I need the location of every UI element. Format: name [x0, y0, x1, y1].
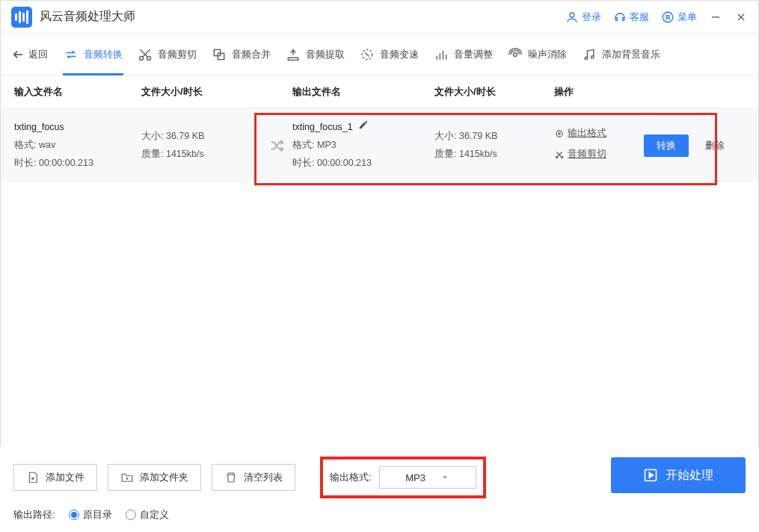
out-quality: 1415kb/s — [459, 149, 497, 159]
start-process-button[interactable]: 开始处理 — [611, 457, 746, 493]
tab-noise[interactable]: 噪声消除 — [501, 34, 574, 75]
login-label: 登录 — [582, 10, 601, 24]
output-format-link[interactable]: 输出格式 — [554, 125, 644, 143]
radio-custom-dir[interactable]: 自定义 — [126, 508, 169, 522]
svg-point-26 — [561, 156, 562, 158]
output-format-label: 输出格式: — [330, 471, 372, 484]
convert-button[interactable]: 转换 — [644, 134, 689, 157]
tab-convert[interactable]: 音频转换 — [57, 34, 129, 75]
col-out-size: 文件大小/时长 — [434, 85, 554, 99]
svg-line-27 — [558, 152, 562, 156]
output-format-select[interactable]: MP3 — [379, 466, 476, 489]
table-row: txting_focus 格式: wav 时长: 00:00:00.213 大小… — [1, 108, 758, 182]
back-button[interactable]: 返回 — [11, 48, 48, 61]
in-size: 36.79 KB — [166, 131, 204, 141]
output-format-value: MP3 — [405, 472, 425, 483]
extract-icon — [286, 47, 301, 62]
close-button[interactable] — [734, 10, 748, 24]
out-file-name: txting_focus_1 — [292, 122, 353, 132]
output-path-label: 输出路径: — [13, 508, 55, 522]
trash-icon — [224, 471, 238, 484]
support-link[interactable]: 客服 — [613, 10, 649, 24]
merge-icon — [212, 47, 227, 62]
support-label: 客服 — [630, 10, 649, 24]
svg-marker-34 — [649, 473, 653, 478]
clear-list-button[interactable]: 清空列表 — [212, 464, 295, 491]
menu-link[interactable]: 菜单 — [661, 10, 697, 24]
app-title: 风云音频处理大师 — [40, 9, 565, 25]
svg-point-0 — [570, 13, 574, 17]
radio-dot — [126, 510, 136, 520]
bottom-bar: 添加文件 添加文件夹 清空列表 输出格式: MP3 开始处理 输出路径: 原目录 — [0, 447, 759, 532]
tab-volume[interactable]: 音量调整 — [427, 34, 500, 75]
tab-merge[interactable]: 音频合并 — [205, 34, 277, 75]
back-label: 返回 — [28, 48, 48, 61]
tab-label: 音频剪切 — [158, 48, 197, 61]
music-icon — [582, 47, 597, 62]
file-plus-icon — [26, 471, 40, 484]
svg-rect-14 — [218, 53, 224, 59]
svg-point-23 — [556, 131, 562, 137]
in-duration: 00:00:00.213 — [39, 158, 93, 168]
tab-label: 音频转换 — [84, 48, 123, 61]
tab-label: 添加背景音乐 — [602, 48, 660, 61]
shuffle-icon[interactable] — [261, 137, 292, 154]
menu-label: 菜单 — [677, 10, 697, 24]
in-format: wav — [39, 140, 55, 150]
login-link[interactable]: 登录 — [565, 10, 601, 24]
svg-point-24 — [559, 133, 560, 134]
col-in-name: 输入文件名 — [14, 85, 141, 99]
tab-label: 噪声消除 — [528, 48, 567, 61]
svg-rect-13 — [214, 49, 220, 55]
add-folder-button[interactable]: 添加文件夹 — [108, 464, 201, 491]
radio-dot-checked — [69, 510, 79, 520]
speed-icon — [360, 47, 375, 62]
audio-cut-link[interactable]: 音频剪切 — [554, 146, 644, 164]
tab-label: 音量调整 — [454, 48, 493, 61]
svg-point-20 — [514, 52, 517, 56]
col-ops: 操作 — [554, 85, 644, 99]
gear-icon — [554, 129, 565, 139]
tab-label: 音频提取 — [306, 48, 345, 61]
out-format: MP3 — [317, 140, 337, 150]
titlebar: 风云音频处理大师 登录 客服 菜单 — [1, 1, 758, 34]
tab-bgmusic[interactable]: 添加背景音乐 — [575, 34, 667, 75]
out-size: 36.79 KB — [459, 131, 497, 141]
add-file-button[interactable]: 添加文件 — [13, 464, 97, 491]
out-duration: 00:00:00.213 — [317, 158, 372, 168]
radio-original-dir[interactable]: 原目录 — [69, 508, 112, 522]
chevron-down-icon — [440, 473, 449, 482]
folder-plus-icon — [120, 471, 134, 484]
toolbar: 返回 音频转换 音频剪切 音频合并 音频提取 音频变速 音量调整 噪声消除 添加… — [1, 34, 758, 75]
cut-icon — [138, 47, 153, 62]
tab-label: 音频合并 — [232, 48, 271, 61]
svg-line-28 — [557, 152, 562, 156]
edit-icon[interactable] — [358, 120, 369, 130]
user-icon — [565, 10, 579, 24]
minimize-button[interactable] — [709, 10, 722, 24]
table-header: 输入文件名 文件大小/时长 输出文件名 文件大小/时长 操作 — [1, 75, 758, 108]
tab-label: 音频变速 — [380, 48, 419, 61]
volume-icon — [434, 47, 449, 62]
in-quality: 1415kb/s — [166, 149, 204, 159]
app-logo — [11, 7, 32, 28]
col-out-name: 输出文件名 — [292, 85, 434, 99]
col-in-size: 文件大小/时长 — [141, 85, 261, 99]
arrow-left-icon — [11, 48, 25, 61]
in-file-name: txting_focus — [14, 119, 141, 137]
swap-icon — [64, 47, 79, 62]
play-icon — [643, 468, 658, 483]
svg-point-21 — [585, 57, 587, 59]
tab-cut[interactable]: 音频剪切 — [131, 34, 203, 75]
delete-link[interactable]: 删除 — [705, 140, 725, 151]
scissors-icon — [554, 149, 565, 160]
headset-icon — [613, 10, 627, 24]
menu-list-icon — [661, 10, 675, 24]
svg-point-25 — [556, 156, 557, 158]
tab-extract[interactable]: 音频提取 — [279, 34, 351, 75]
svg-point-22 — [591, 55, 594, 58]
noise-icon — [508, 47, 523, 62]
tab-speed[interactable]: 音频变速 — [353, 34, 425, 75]
